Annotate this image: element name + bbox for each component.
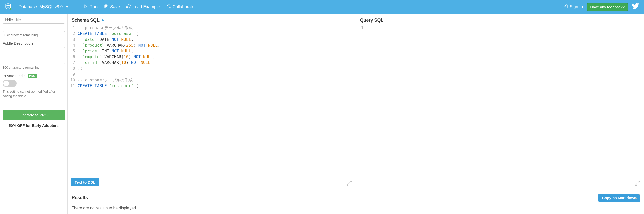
svg-line-7 <box>638 181 640 183</box>
header-actions: Run Save Load Example Collaborate <box>84 4 195 10</box>
expand-icon[interactable] <box>634 180 640 187</box>
users-icon <box>167 4 171 10</box>
svg-line-8 <box>635 184 637 185</box>
twitter-icon[interactable] <box>632 3 639 11</box>
database-icon <box>5 3 12 11</box>
results-empty: There are no results to be displayed. <box>72 206 640 210</box>
schema-title: Schema SQL <box>68 14 356 25</box>
fiddle-description-input[interactable] <box>3 47 65 64</box>
feedback-button[interactable]: Have any feedback? <box>587 3 628 11</box>
code-line: 7 `cs_id` VARCHAR(10) NOT NULL <box>68 60 356 65</box>
copy-markdown-button[interactable]: Copy as Markdown <box>598 194 640 202</box>
svg-line-6 <box>347 184 349 185</box>
save-icon <box>104 4 108 10</box>
promo-text: 50% OFF for Early Adopters <box>3 123 65 128</box>
query-pane: Query SQL 1 <box>356 14 644 190</box>
pro-badge: PRO <box>28 74 37 78</box>
fiddle-title-remaining: 50 characters remaining. <box>3 33 65 37</box>
fiddle-description-label: Fiddle Description <box>3 41 65 45</box>
code-line: 3 `date` DATE NOT NULL, <box>68 37 356 42</box>
code-line: 11CREATE TABLE `customer` ( <box>68 83 356 89</box>
private-fiddle-label: Private Fiddle <box>3 74 26 78</box>
play-icon <box>84 4 88 10</box>
expand-icon[interactable] <box>634 193 640 200</box>
text-to-ddl-button[interactable]: Text to DDL <box>71 178 99 186</box>
schema-editor[interactable]: 1-- purchaseテーブルの作成2CREATE TABLE `purcha… <box>68 25 356 190</box>
main-area: Schema SQL 1-- purchaseテーブルの作成2CREATE TA… <box>68 14 644 214</box>
schema-pane: Schema SQL 1-- purchaseテーブルの作成2CREATE TA… <box>68 14 356 190</box>
upgrade-button[interactable]: Upgrade to PRO <box>3 110 65 120</box>
refresh-icon <box>126 4 131 10</box>
code-line: 8); <box>68 65 356 71</box>
results-pane: Results Copy as Markdown There are no re… <box>68 190 644 214</box>
svg-marker-2 <box>85 5 87 8</box>
code-line: 2CREATE TABLE `purchase` ( <box>68 31 356 37</box>
code-line: 4 `product` VARCHAR(255) NOT NULL, <box>68 42 356 48</box>
svg-line-5 <box>350 181 351 183</box>
save-button[interactable]: Save <box>104 4 120 10</box>
content: Fiddle Title 50 characters remaining. Fi… <box>0 14 644 214</box>
database-selector[interactable]: Database: MySQL v8.0 ▼ <box>19 4 69 9</box>
private-fiddle-toggle[interactable] <box>3 80 17 87</box>
svg-line-10 <box>635 197 637 198</box>
editors: Schema SQL 1-- purchaseテーブルの作成2CREATE TA… <box>68 14 644 190</box>
svg-line-9 <box>638 194 640 196</box>
svg-point-3 <box>167 5 169 6</box>
code-line: 5 `price` INT NOT NULL, <box>68 48 356 54</box>
sign-in-icon <box>564 4 568 10</box>
modified-dot-icon <box>102 19 104 21</box>
code-line: 1 <box>356 25 644 31</box>
code-line: 1-- purchaseテーブルの作成 <box>68 25 356 31</box>
fiddle-title-label: Fiddle Title <box>3 18 65 22</box>
collaborate-button[interactable]: Collaborate <box>167 4 195 10</box>
query-title: Query SQL <box>356 14 644 25</box>
svg-point-1 <box>10 8 11 10</box>
sidebar-divider <box>3 104 65 104</box>
top-header: Database: MySQL v8.0 ▼ Run Save Load Exa… <box>0 0 644 14</box>
private-fiddle-row: Private Fiddle PRO <box>3 74 65 78</box>
header-right: Sign in Have any feedback? <box>564 3 639 11</box>
fiddle-title-input[interactable] <box>3 23 65 32</box>
load-example-button[interactable]: Load Example <box>126 4 160 10</box>
fiddle-description-remaining: 300 characters remaining. <box>3 66 65 69</box>
results-title: Results <box>72 195 88 200</box>
code-line: 9 <box>68 71 356 77</box>
query-editor[interactable]: 1 <box>356 25 644 190</box>
chevron-down-icon: ▼ <box>65 4 69 9</box>
svg-point-0 <box>6 4 11 5</box>
code-line: 10-- customerテーブルの作成 <box>68 77 356 83</box>
expand-icon[interactable] <box>346 180 352 187</box>
sign-in-button[interactable]: Sign in <box>564 4 583 10</box>
database-label: Database: MySQL v8.0 <box>19 4 63 9</box>
results-header: Results Copy as Markdown <box>72 194 640 202</box>
private-fiddle-note: This setting cannot be modified after sa… <box>3 89 65 98</box>
sidebar: Fiddle Title 50 characters remaining. Fi… <box>0 14 68 214</box>
run-button[interactable]: Run <box>84 4 98 10</box>
code-line: 6 `emp_id` VARCHAR(10) NOT NULL, <box>68 54 356 60</box>
